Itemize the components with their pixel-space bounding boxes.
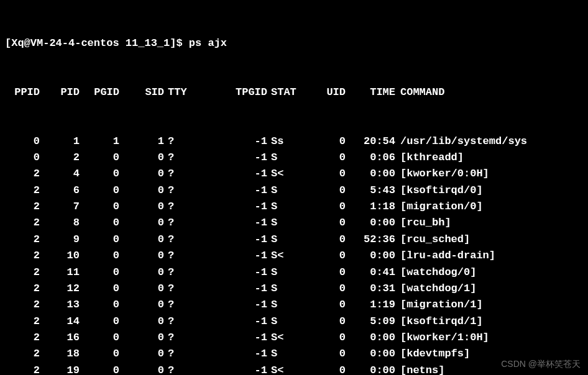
cell-stat: S [267,183,306,199]
cell-tpgid: -1 [193,133,267,150]
cell-tpgid: -1 [193,363,267,375]
cell-pgid: 0 [80,346,119,362]
cell-time: 0:00 [346,346,395,362]
process-row: 0111?-1Ss020:54/usr/lib/systemd/sys [5,133,583,150]
cell-stat: Ss [267,133,306,150]
cell-time: 0:06 [346,150,395,166]
cell-sid: 0 [119,297,164,313]
cell-pid: 10 [40,248,80,264]
cell-stat: S [267,232,306,248]
cell-time: 0:00 [346,363,395,375]
cell-pid: 13 [40,297,80,313]
cell-pid: 1 [40,133,80,150]
cell-pid: 18 [40,346,80,362]
cell-ppid: 2 [5,363,40,375]
cell-pid: 14 [40,314,80,330]
cell-pid: 7 [40,199,80,215]
cell-time: 52:36 [346,232,395,248]
cell-cmd: [watchdog/0] [395,264,476,281]
cell-uid: 0 [306,183,346,199]
process-row: 2900?-1S052:36[rcu_sched] [5,232,583,248]
process-row: 2600?-1S05:43[ksoftirqd/0] [5,183,583,199]
cell-sid: 0 [119,166,164,182]
cell-tpgid: -1 [193,248,267,264]
cell-tty: ? [164,166,193,182]
cell-pgid: 0 [80,248,119,264]
cell-uid: 0 [306,133,346,150]
cell-cmd: [migration/0] [395,199,483,215]
cell-pid: 16 [40,330,80,346]
cell-pid: 2 [40,150,80,166]
cell-tpgid: -1 [193,150,267,166]
cell-pid: 12 [40,281,80,297]
cell-tty: ? [164,346,193,362]
cell-tpgid: -1 [193,314,267,330]
cell-tpgid: -1 [193,199,267,215]
cell-cmd: [rcu_bh] [395,215,451,231]
cell-time: 0:41 [346,264,395,281]
cell-sid: 0 [119,248,164,264]
cell-ppid: 2 [5,314,40,330]
cell-cmd: [watchdog/1] [395,281,476,297]
process-row: 21400?-1S05:09[ksoftirqd/1] [5,314,583,330]
watermark: CSDN @举杯笑苍天 [501,358,581,371]
cell-uid: 0 [306,215,346,231]
terminal-output[interactable]: [Xq@VM-24-4-centos 11_13_1]$ ps ajx PPID… [0,0,588,375]
cell-cmd: [lru-add-drain] [395,248,495,264]
shell-prompt: [Xq@VM-24-4-centos 11_13_1]$ [5,37,189,49]
typed-command: ps ajx [189,37,227,49]
cell-ppid: 2 [5,232,40,248]
col-pgid: PGID [80,84,119,101]
cell-uid: 0 [306,199,346,215]
cell-stat: S [267,264,306,281]
cell-ppid: 2 [5,264,40,281]
cell-time: 1:18 [346,199,395,215]
process-row: 21300?-1S01:19[migration/1] [5,297,583,313]
col-sid: SID [119,84,164,101]
cell-pgid: 0 [80,330,119,346]
cell-cmd: [kthreadd] [395,150,464,166]
cell-time: 0:31 [346,281,395,297]
cell-tty: ? [164,297,193,313]
cell-time: 0:00 [346,248,395,264]
cell-tty: ? [164,314,193,330]
cell-cmd: [ksoftirqd/0] [395,183,483,199]
cell-time: 0:00 [346,215,395,231]
cell-pgid: 0 [80,264,119,281]
cell-tty: ? [164,183,193,199]
cell-cmd: /usr/lib/systemd/sys [395,133,527,150]
cell-ppid: 2 [5,215,40,231]
cell-tty: ? [164,215,193,231]
cell-pgid: 0 [80,314,119,330]
cell-time: 0:00 [346,330,395,346]
col-tty: TTY [164,84,193,101]
cell-tty: ? [164,150,193,166]
cell-ppid: 2 [5,183,40,199]
process-row: 21800?-1S00:00[kdevtmpfs] [5,346,583,362]
cell-sid: 0 [119,183,164,199]
process-row: 21100?-1S00:41[watchdog/0] [5,264,583,281]
cell-sid: 0 [119,264,164,281]
cell-stat: S< [267,248,306,264]
cell-tty: ? [164,264,193,281]
cell-uid: 0 [306,346,346,362]
cell-stat: S [267,297,306,313]
prompt-line: [Xq@VM-24-4-centos 11_13_1]$ ps ajx [5,35,583,52]
cell-stat: S [267,281,306,297]
col-pid: PID [40,84,80,101]
process-row: 2800?-1S00:00[rcu_bh] [5,215,583,231]
cell-pid: 6 [40,183,80,199]
col-time: TIME [346,84,395,101]
cell-tty: ? [164,248,193,264]
cell-stat: S [267,199,306,215]
cell-pgid: 0 [80,199,119,215]
col-tpgid: TPGID [193,84,267,101]
cell-cmd: [kdevtmpfs] [395,346,470,362]
cell-uid: 0 [306,363,346,375]
process-row: 2700?-1S01:18[migration/0] [5,199,583,215]
cell-time: 0:00 [346,166,395,182]
cell-ppid: 2 [5,281,40,297]
cell-ppid: 2 [5,166,40,182]
process-rows: 0111?-1Ss020:54/usr/lib/systemd/sys0200?… [5,133,583,375]
cell-pgid: 0 [80,297,119,313]
